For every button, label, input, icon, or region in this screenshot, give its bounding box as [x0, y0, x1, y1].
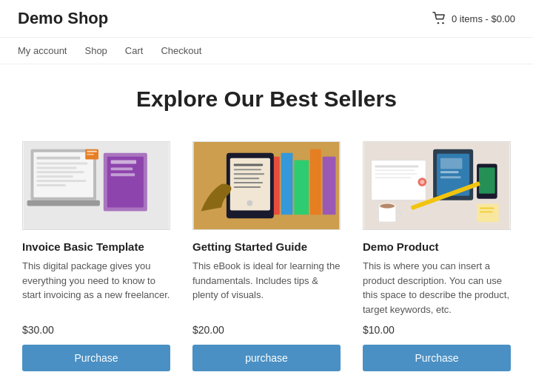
product-image-demo: [363, 141, 511, 230]
product-desc-invoice: This digital package gives you everythin…: [22, 259, 170, 317]
svg-point-53: [380, 204, 395, 209]
purchase-button-invoice[interactable]: Purchase: [22, 345, 170, 371]
nav-checkout[interactable]: Checkout: [161, 45, 201, 56]
svg-point-1: [442, 22, 443, 24]
svg-rect-6: [36, 163, 87, 165]
purchase-button-demo[interactable]: Purchase: [363, 345, 511, 371]
main-nav: My account Shop Cart Checkout: [0, 38, 533, 64]
svg-rect-35: [234, 186, 261, 188]
svg-rect-16: [111, 167, 133, 170]
svg-rect-42: [375, 173, 417, 175]
product-card-guide: Getting Started Guide This eBook is idea…: [192, 141, 341, 371]
svg-rect-30: [234, 164, 263, 166]
svg-rect-46: [440, 158, 463, 169]
svg-rect-25: [294, 160, 309, 215]
nav-shop[interactable]: Shop: [84, 45, 107, 56]
header: Demo Shop 0 items - $0.00: [0, 0, 533, 38]
main-content: Explore Our Best Sellers: [0, 64, 533, 392]
svg-rect-12: [27, 200, 100, 206]
cart-icon: [432, 12, 447, 25]
svg-rect-14: [107, 157, 144, 208]
svg-rect-48: [440, 176, 461, 178]
product-title-guide: Getting Started Guide: [192, 240, 341, 253]
svg-rect-50: [479, 167, 495, 193]
svg-rect-27: [323, 157, 336, 215]
nav-my-account[interactable]: My account: [18, 45, 67, 56]
svg-rect-19: [87, 151, 97, 152]
svg-rect-40: [375, 165, 418, 167]
cart-area[interactable]: 0 items - $0.00: [432, 12, 515, 25]
svg-rect-26: [310, 149, 321, 215]
nav-cart[interactable]: Cart: [125, 45, 144, 56]
product-desc-guide: This eBook is ideal for learning the fun…: [192, 259, 341, 317]
product-image-guide: [192, 141, 341, 230]
cart-label: 0 items - $0.00: [452, 13, 515, 24]
product-title-demo: Demo Product: [363, 240, 511, 253]
svg-rect-59: [480, 211, 493, 212]
svg-rect-8: [36, 171, 84, 173]
svg-point-56: [420, 180, 424, 184]
svg-rect-17: [111, 173, 135, 176]
svg-rect-31: [234, 169, 261, 170]
svg-rect-32: [234, 173, 264, 175]
svg-rect-10: [36, 180, 86, 182]
svg-rect-47: [440, 171, 459, 173]
products-grid: Invoice Basic Template This digital pack…: [30, 141, 503, 371]
svg-point-36: [247, 200, 252, 206]
product-price-guide: $20.00: [192, 324, 341, 336]
svg-rect-43: [375, 177, 411, 178]
page-heading: Explore Our Best Sellers: [30, 87, 503, 112]
product-image-invoice: [22, 141, 170, 230]
svg-rect-41: [375, 169, 415, 171]
svg-rect-5: [36, 157, 80, 160]
svg-rect-33: [234, 178, 259, 179]
svg-rect-24: [281, 153, 293, 215]
svg-rect-11: [36, 184, 65, 186]
product-desc-demo: This is where you can insert a product d…: [363, 259, 511, 317]
product-price-invoice: $30.00: [22, 324, 170, 336]
svg-rect-7: [36, 166, 76, 169]
svg-rect-15: [111, 160, 136, 164]
site-title: Demo Shop: [18, 9, 108, 28]
svg-rect-9: [36, 175, 73, 178]
svg-rect-34: [234, 182, 263, 183]
svg-rect-58: [480, 208, 495, 209]
svg-rect-20: [87, 154, 94, 155]
svg-rect-57: [477, 204, 499, 223]
product-price-demo: $10.00: [363, 324, 511, 336]
svg-point-0: [438, 22, 439, 24]
purchase-button-guide[interactable]: purchase: [192, 345, 341, 371]
product-title-invoice: Invoice Basic Template: [22, 240, 170, 253]
product-card-invoice: Invoice Basic Template This digital pack…: [22, 141, 170, 371]
product-card-demo: Demo Product This is where you can inser…: [363, 141, 511, 371]
